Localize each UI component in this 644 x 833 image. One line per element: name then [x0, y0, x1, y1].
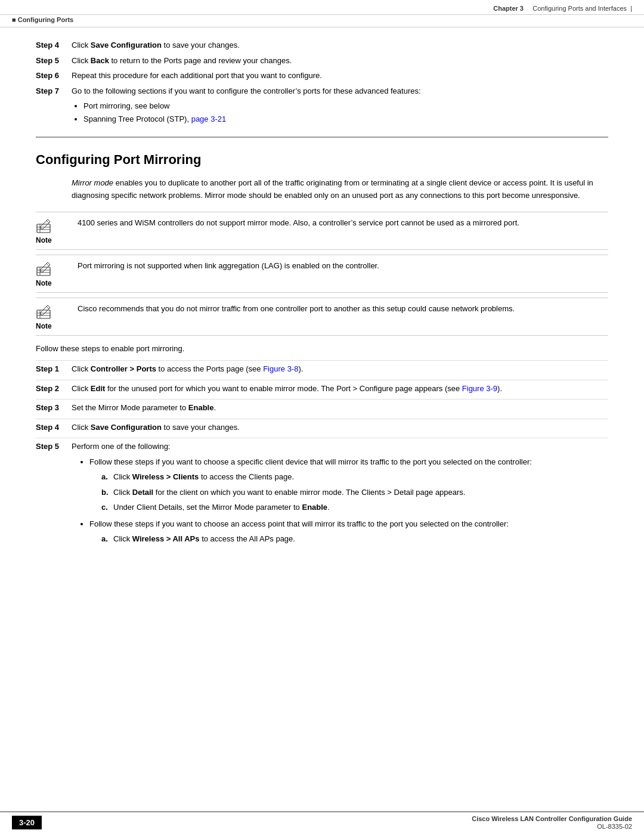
lettered-step-a1: a. Click Wireless > Clients to access th…: [101, 471, 608, 483]
header-right: Chapter 3 Configuring Ports and Interfac…: [493, 5, 632, 12]
step5-bullet-list: Follow these steps if you want to choose…: [89, 456, 608, 545]
main-steps-section: Step 1 Click Controller > Ports to acces…: [36, 360, 608, 550]
page-header: Chapter 3 Configuring Ports and Interfac…: [0, 0, 644, 15]
subheader-left: ■ Configuring Ports: [0, 15, 644, 27]
main-step-3-content: Set the Mirror Mode parameter to Enable.: [72, 402, 608, 414]
note-text-2: Port mirroring is not supported when lin…: [78, 260, 608, 287]
letter-a1-content: Click Wireless > Clients to access the C…: [113, 471, 608, 483]
main-step-5-label: Step 5: [36, 441, 72, 550]
footer-right: Cisco Wireless LAN Controller Configurat…: [472, 815, 632, 830]
step-5-content: Click Back to return to the Ports page a…: [72, 55, 608, 67]
letter-b1: b.: [101, 487, 113, 498]
chapter-label: Chapter 3: [493, 5, 524, 12]
step-7-label: Step 7: [36, 85, 72, 97]
main-step-3-label: Step 3: [36, 402, 72, 414]
main-step-1-label: Step 1: [36, 363, 72, 375]
section-label: Configuring Ports: [18, 16, 74, 23]
svg-line-4: [47, 221, 49, 223]
note-text-1: 4100 series and WiSM controllers do not …: [78, 217, 608, 244]
step-6-label: Step 6: [36, 70, 72, 82]
top-bullet-list: Port mirroring, see below Spanning Tree …: [83, 100, 608, 125]
bullet-stp: Spanning Tree Protocol (STP), page 3-21: [83, 113, 608, 125]
top-step-7: Step 7 Go to the following sections if y…: [36, 85, 608, 97]
letter-a1: a.: [101, 471, 113, 483]
section-heading: Configuring Port Mirroring: [36, 152, 608, 168]
note-block-1: Note 4100 series and WiSM controllers do…: [36, 212, 608, 250]
letter-a2-content: Click Wireless > All APs to access the A…: [113, 533, 608, 545]
top-step-5: Step 5 Click Back to return to the Ports…: [36, 55, 608, 67]
note-icon-3: [36, 304, 57, 321]
letter-c1: c.: [101, 501, 113, 513]
note-label-1: Note: [36, 236, 52, 244]
note-icon-2: [36, 261, 57, 278]
lettered-step-b1: b. Click Detail for the client on which …: [101, 487, 608, 498]
main-step-2-content: Click Edit for the unused port for which…: [72, 383, 608, 395]
main-step-2: Step 2 Click Edit for the unused port fo…: [36, 380, 608, 395]
main-step-5: Step 5 Perform one of the following: Fol…: [36, 438, 608, 550]
step5-bullet-2: Follow these steps if you want to choose…: [89, 518, 608, 545]
step-4-content: Click Save Configuration to save your ch…: [72, 39, 608, 51]
figure-3-8-link[interactable]: Figure 3-8: [263, 364, 298, 373]
lettered-step-c1: c. Under Client Details, set the Mirror …: [101, 501, 608, 513]
main-step-2-label: Step 2: [36, 383, 72, 395]
follow-steps-text: Follow these steps to enable port mirror…: [36, 343, 608, 355]
note-icon-1: [36, 218, 57, 235]
note-block-3: Note Cisco recommends that you do not mi…: [36, 298, 608, 336]
intro-paragraph: Mirror mode enables you to duplicate to …: [72, 177, 608, 202]
step-7-content: Go to the following sections if you want…: [72, 85, 608, 97]
note-icon-area-3: Note: [36, 303, 78, 330]
step5-bullet-1: Follow these steps if you want to choose…: [89, 456, 608, 513]
page-footer: 3-20 Cisco Wireless LAN Controller Confi…: [0, 812, 644, 833]
page-number: 3-20: [12, 816, 42, 829]
step-4-label: Step 4: [36, 39, 72, 51]
main-step-4-label: Step 4: [36, 422, 72, 433]
main-step-3: Step 3 Set the Mirror Mode parameter to …: [36, 399, 608, 414]
stp-link[interactable]: page 3-21: [191, 114, 227, 123]
letter-c1-content: Under Client Details, set the Mirror Mod…: [113, 501, 608, 513]
step-6-content: Repeat this procedure for each additiona…: [72, 70, 608, 82]
main-step-5-content: Perform one of the following: Follow the…: [72, 441, 608, 550]
bullet-port-mirroring: Port mirroring, see below: [83, 100, 608, 112]
step-5-label: Step 5: [36, 55, 72, 67]
top-step-4: Step 4 Click Save Configuration to save …: [36, 39, 608, 51]
svg-line-14: [47, 306, 49, 309]
note-icon-area-1: Note: [36, 217, 78, 244]
main-step-1: Step 1 Click Controller > Ports to acces…: [36, 360, 608, 375]
lettered-steps-clients: a. Click Wireless > Clients to access th…: [101, 471, 608, 513]
letter-b1-content: Click Detail for the client on which you…: [113, 487, 608, 498]
note-label-2: Note: [36, 279, 52, 287]
lettered-steps-aps: a. Click Wireless > All APs to access th…: [101, 533, 608, 545]
lettered-step-a2: a. Click Wireless > All APs to access th…: [101, 533, 608, 545]
svg-line-9: [47, 264, 49, 266]
top-steps-section: Step 4 Click Save Configuration to save …: [36, 39, 608, 138]
main-step-1-content: Click Controller > Ports to access the P…: [72, 363, 608, 375]
main-step-4-content: Click Save Configuration to save your ch…: [72, 422, 608, 433]
top-step-6: Step 6 Repeat this procedure for each ad…: [36, 70, 608, 82]
guide-title: Cisco Wireless LAN Controller Configurat…: [472, 815, 632, 822]
main-step-4: Step 4 Click Save Configuration to save …: [36, 419, 608, 433]
note-block-2: Note Port mirroring is not supported whe…: [36, 255, 608, 293]
note-icon-area-2: Note: [36, 260, 78, 287]
note-text-3: Cisco recommends that you do not mirror …: [78, 303, 608, 330]
figure-3-9-link[interactable]: Figure 3-9: [462, 384, 497, 393]
doc-number: OL-8335-02: [597, 823, 632, 830]
letter-a2: a.: [101, 533, 113, 545]
main-content: Step 4 Click Save Configuration to save …: [0, 27, 644, 590]
chapter-title: Configuring Ports and Interfaces: [532, 5, 627, 12]
note-label-3: Note: [36, 322, 52, 330]
